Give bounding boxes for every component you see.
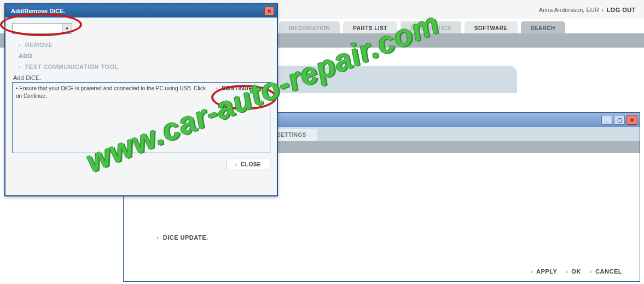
instruction-text: • Ensure that your DiCE is powered and c… bbox=[16, 85, 212, 100]
chevron-right-icon: › bbox=[531, 268, 533, 275]
dice-select-row: ▼ bbox=[12, 23, 270, 34]
chevron-right-icon: › bbox=[566, 268, 568, 275]
continue-button[interactable]: › CONTINUE bbox=[216, 85, 252, 91]
chevron-right-icon: › bbox=[216, 85, 218, 91]
ie-footer-buttons: › APPLY › OK › CANCEL bbox=[531, 268, 629, 275]
dialog-menu: › REMOVE ADD › TEST COMMUNICATION TOOL bbox=[19, 42, 270, 70]
dialog-close-icon[interactable]: ✕ bbox=[264, 7, 274, 15]
add-remove-dice-dialog: Add/Remove DiCE. ✕ ▼ › REMOVE ADD › TEST… bbox=[4, 3, 278, 196]
minimize-icon[interactable]: _ bbox=[601, 115, 612, 125]
chevron-right-icon: › bbox=[602, 7, 604, 13]
dialog-titlebar[interactable]: Add/Remove DiCE. ✕ bbox=[5, 4, 277, 18]
chevron-down-icon[interactable]: ▼ bbox=[62, 24, 72, 33]
window-controls: _ ▢ ✕ bbox=[601, 115, 637, 125]
user-label: Anna Andersson, EUR bbox=[539, 7, 599, 13]
menu-remove[interactable]: › REMOVE bbox=[19, 42, 270, 48]
dice-update-label: DICE UPDATE. bbox=[163, 234, 208, 241]
chevron-right-icon: › bbox=[235, 161, 237, 167]
add-dice-fieldset: • Ensure that your DiCE is powered and c… bbox=[12, 82, 270, 153]
ok-button[interactable]: › OK bbox=[566, 268, 583, 275]
logout-link[interactable]: LOG OUT bbox=[606, 7, 636, 13]
cancel-button[interactable]: › CANCEL bbox=[589, 268, 622, 275]
fieldset-label: Add DiCE. bbox=[13, 74, 270, 81]
chevron-right-icon: › bbox=[156, 234, 159, 241]
chevron-right-icon: › bbox=[589, 268, 591, 275]
dialog-body: ▼ › REMOVE ADD › TEST COMMUNICATION TOOL… bbox=[5, 18, 277, 195]
close-icon[interactable]: ✕ bbox=[626, 115, 637, 125]
menu-test-communication-tool[interactable]: › TEST COMMUNICATION TOOL bbox=[19, 63, 270, 70]
close-button[interactable]: › CLOSE bbox=[226, 159, 270, 170]
chevron-right-icon: › bbox=[19, 63, 21, 70]
apply-button[interactable]: › APPLY bbox=[531, 268, 559, 275]
chevron-right-icon: › bbox=[19, 42, 21, 48]
dice-select[interactable]: ▼ bbox=[12, 23, 72, 34]
dice-update-link[interactable]: › DICE UPDATE. bbox=[156, 234, 208, 241]
maximize-icon[interactable]: ▢ bbox=[614, 115, 625, 125]
dialog-title: Add/Remove DiCE. bbox=[11, 8, 66, 14]
menu-add[interactable]: ADD bbox=[19, 53, 270, 59]
